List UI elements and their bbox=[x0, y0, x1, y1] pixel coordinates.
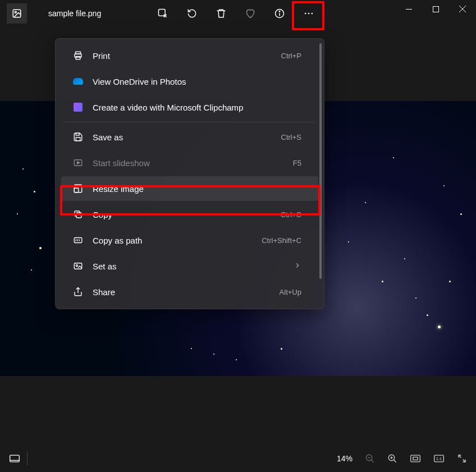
menu-scrollbar[interactable] bbox=[319, 43, 322, 279]
svg-rect-30 bbox=[10, 455, 20, 462]
copy-path-icon bbox=[72, 235, 84, 246]
menu-item-print[interactable]: Print Ctrl+P bbox=[61, 43, 318, 68]
svg-point-6 bbox=[305, 13, 306, 15]
svg-line-36 bbox=[393, 460, 396, 462]
filmstrip-icon[interactable] bbox=[9, 454, 20, 463]
menu-label: Resize image bbox=[93, 184, 307, 194]
rotate-icon[interactable] bbox=[186, 8, 198, 19]
divider bbox=[27, 452, 28, 465]
minimize-button[interactable] bbox=[395, 0, 422, 18]
filename: sample file.png bbox=[48, 9, 101, 18]
zoom-out-icon[interactable] bbox=[365, 453, 375, 464]
menu-item-save-as[interactable]: Save as Ctrl+S bbox=[61, 125, 318, 149]
menu-shortcut: Ctrl+P bbox=[281, 52, 301, 60]
menu-item-onedrive[interactable]: View OneDrive in Photos bbox=[61, 69, 318, 94]
app-icon[interactable] bbox=[7, 3, 27, 24]
svg-rect-17 bbox=[76, 138, 80, 141]
zoom-level: 14% bbox=[337, 454, 353, 463]
svg-rect-27 bbox=[74, 263, 82, 269]
svg-rect-23 bbox=[74, 238, 82, 243]
menu-label: Set as bbox=[93, 262, 294, 271]
chevron-right-icon bbox=[294, 262, 301, 271]
print-icon bbox=[72, 50, 84, 61]
clipchamp-icon bbox=[72, 102, 84, 113]
svg-rect-21 bbox=[74, 188, 79, 193]
slideshow-icon bbox=[72, 157, 84, 168]
edit-icon[interactable] bbox=[157, 8, 168, 19]
menu-label: Copy bbox=[93, 210, 281, 219]
svg-point-1 bbox=[15, 11, 16, 13]
svg-rect-10 bbox=[433, 6, 438, 12]
svg-line-33 bbox=[371, 460, 374, 462]
svg-point-7 bbox=[308, 13, 310, 15]
menu-item-copy[interactable]: Copy Ctrl+C bbox=[61, 202, 318, 227]
favorite-icon[interactable] bbox=[245, 8, 256, 19]
menu-item-set-as[interactable]: Set as bbox=[61, 254, 318, 278]
titlebar: sample file.png bbox=[0, 0, 476, 27]
onedrive-icon bbox=[72, 76, 84, 87]
info-icon[interactable] bbox=[274, 8, 285, 19]
resize-icon bbox=[72, 183, 84, 194]
menu-shortcut: F5 bbox=[293, 159, 301, 167]
delete-icon[interactable] bbox=[216, 8, 227, 19]
fit-screen-icon[interactable] bbox=[410, 454, 421, 463]
svg-point-5 bbox=[279, 11, 280, 12]
svg-point-28 bbox=[76, 265, 77, 267]
svg-point-8 bbox=[312, 13, 313, 15]
svg-marker-19 bbox=[77, 162, 80, 164]
menu-shortcut: Ctrl+S bbox=[281, 133, 301, 141]
fullscreen-icon[interactable] bbox=[457, 453, 467, 464]
menu-shortcut: Alt+Up bbox=[280, 288, 301, 296]
toolbar bbox=[157, 8, 314, 19]
menu-label: Create a video with Microsoft Clipchamp bbox=[93, 103, 307, 112]
menu-label: Start slideshow bbox=[93, 158, 293, 168]
more-icon[interactable] bbox=[303, 8, 314, 19]
menu-divider bbox=[65, 122, 315, 122]
svg-rect-15 bbox=[76, 57, 80, 59]
actual-size-icon[interactable]: 1:1 bbox=[433, 454, 445, 463]
menu-item-slideshow: Start slideshow F5 bbox=[61, 150, 318, 175]
svg-rect-39 bbox=[411, 455, 420, 462]
menu-label: Save as bbox=[93, 132, 281, 142]
menu-item-copy-path[interactable]: Copy as path Ctrl+Shift+C bbox=[61, 228, 318, 253]
svg-rect-40 bbox=[413, 457, 418, 460]
save-icon bbox=[72, 131, 84, 143]
menu-label: View OneDrive in Photos bbox=[93, 77, 307, 86]
svg-rect-20 bbox=[74, 185, 82, 193]
svg-text:1:1: 1:1 bbox=[436, 456, 442, 461]
menu-shortcut: Ctrl+Shift+C bbox=[262, 236, 301, 245]
close-button[interactable] bbox=[449, 0, 476, 18]
menu-label: Print bbox=[93, 51, 281, 61]
menu-shortcut: Ctrl+C bbox=[281, 210, 301, 219]
set-as-icon bbox=[72, 260, 84, 272]
bottombar: 14% 1:1 bbox=[0, 445, 476, 472]
photo-icon bbox=[12, 8, 22, 19]
menu-label: Share bbox=[93, 287, 280, 297]
menu-item-share[interactable]: Share Alt+Up bbox=[61, 279, 318, 304]
more-menu: Print Ctrl+P View OneDrive in Photos Cre… bbox=[55, 38, 324, 309]
menu-label: Copy as path bbox=[93, 236, 262, 245]
share-icon bbox=[72, 286, 84, 297]
zoom-controls: 14% 1:1 bbox=[337, 453, 467, 464]
svg-rect-22 bbox=[76, 213, 81, 218]
window-controls bbox=[395, 0, 476, 18]
zoom-in-icon[interactable] bbox=[387, 453, 397, 464]
copy-icon bbox=[72, 209, 84, 220]
maximize-button[interactable] bbox=[422, 0, 449, 18]
menu-item-clipchamp[interactable]: Create a video with Microsoft Clipchamp bbox=[61, 95, 318, 120]
svg-rect-16 bbox=[76, 133, 79, 135]
menu-item-resize[interactable]: Resize image bbox=[61, 176, 318, 201]
